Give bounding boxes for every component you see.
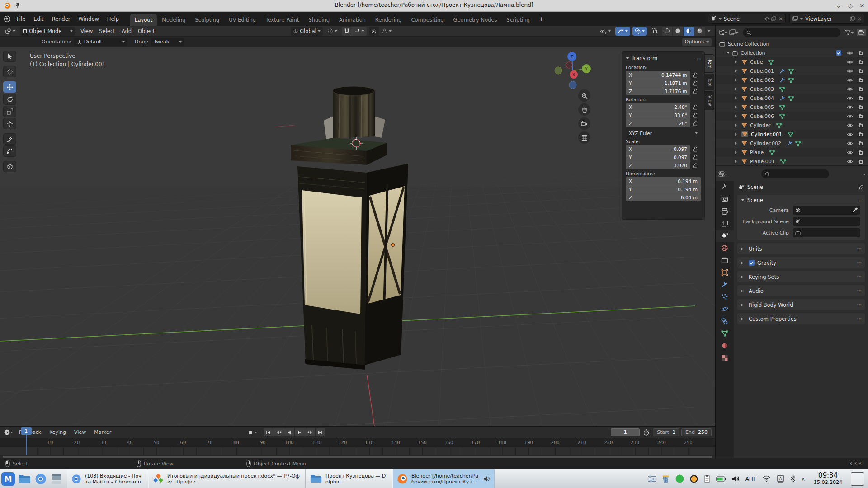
properties-tab-modifiers[interactable] xyxy=(716,278,734,291)
timeline-tracks[interactable] xyxy=(0,447,715,455)
render-visibility-toggle[interactable] xyxy=(858,51,864,56)
jump-to-end-button[interactable] xyxy=(316,428,326,436)
workspace-tab-scripting[interactable]: Scripting xyxy=(502,14,534,26)
disclosure-triangle[interactable] xyxy=(735,69,740,73)
properties-search-input[interactable] xyxy=(761,169,829,178)
drag-dropdown[interactable]: Tweak xyxy=(151,38,184,46)
hide-eye-toggle[interactable] xyxy=(847,114,853,119)
mode-select[interactable]: Object Mode xyxy=(20,27,75,36)
timeline-editor-type-button[interactable] xyxy=(4,429,13,436)
volume-icon[interactable] xyxy=(732,475,740,482)
task-button-dolphin[interactable]: Проект Кузнецова — Dolphin xyxy=(306,469,392,488)
outliner-row-cube-006[interactable]: Cube.006 xyxy=(716,112,868,121)
outliner-row-cylinder-001[interactable]: Cylinder.001 xyxy=(716,130,868,139)
outliner-row-plane-001[interactable]: Plane.001 xyxy=(716,157,868,166)
stopwatch-icon[interactable] xyxy=(643,429,649,436)
toggle-ortho-button[interactable] xyxy=(578,131,590,144)
panel-units[interactable]: Units :::: xyxy=(737,243,865,254)
snap-toggle[interactable] xyxy=(342,27,352,36)
sidebar-tab-tool[interactable]: Tool xyxy=(705,74,714,90)
location-y-field[interactable]: Y1.1871 m xyxy=(626,79,690,87)
snap-settings-dropdown[interactable] xyxy=(352,27,367,36)
panel-audio[interactable]: Audio :::: xyxy=(737,285,865,296)
properties-tab-material[interactable] xyxy=(716,339,734,352)
viewport-menu-view[interactable]: View xyxy=(77,27,96,35)
auto-key-button[interactable] xyxy=(247,429,257,436)
workspace-tab-sculpting[interactable]: Sculpting xyxy=(190,14,224,26)
disclosure-triangle[interactable] xyxy=(735,114,740,118)
hide-eye-toggle[interactable] xyxy=(847,69,853,74)
outliner-row-cube-005[interactable]: Cube.005 xyxy=(716,103,868,112)
chromium-launcher[interactable] xyxy=(33,469,49,488)
location-z-field[interactable]: Z3.7176 m xyxy=(626,87,690,95)
render-visibility-toggle[interactable] xyxy=(858,132,864,137)
panel-grip[interactable]: :::: xyxy=(697,56,701,61)
viewport-menu-select[interactable]: Select xyxy=(96,27,118,35)
properties-tab-output[interactable] xyxy=(716,205,734,217)
zoom-button[interactable] xyxy=(578,89,590,102)
properties-tab-render[interactable] xyxy=(716,193,734,205)
disclosure-triangle[interactable] xyxy=(735,96,740,100)
pivot-point-button[interactable] xyxy=(325,27,340,36)
menu-help[interactable]: Help xyxy=(103,14,123,23)
properties-tab-view-layer[interactable] xyxy=(716,217,734,230)
orientation-dropdown[interactable]: Default xyxy=(74,38,127,46)
panel-rigid-body-world[interactable]: Rigid Body World :::: xyxy=(737,299,865,310)
menu-file[interactable]: File xyxy=(13,14,29,23)
tray-expand-chevron[interactable]: ∧ xyxy=(801,476,805,482)
rotation-y-field[interactable]: Y33.6° xyxy=(626,111,690,119)
rotation-z-field[interactable]: Z-26° xyxy=(626,119,690,127)
bluetooth-icon[interactable] xyxy=(790,475,795,483)
camera-view-button[interactable] xyxy=(578,117,590,130)
outliner-display-mode-button[interactable] xyxy=(729,29,738,36)
tool-cursor-button[interactable] xyxy=(3,66,16,77)
workspace-tab-layout[interactable]: Layout xyxy=(130,14,157,26)
render-visibility-toggle[interactable] xyxy=(858,69,864,74)
show-desktop-button[interactable] xyxy=(851,472,864,486)
keyboard-layout-icon[interactable]: A xyxy=(777,475,784,483)
playhead[interactable] xyxy=(26,435,27,455)
lock-toggle[interactable] xyxy=(693,146,698,152)
outliner-row-cube-004[interactable]: Cube.004 xyxy=(716,94,868,103)
viewport-menu-object[interactable]: Object xyxy=(135,27,158,35)
properties-tab-scene[interactable] xyxy=(716,230,734,242)
properties-tab-tool[interactable] xyxy=(716,181,734,193)
hide-eye-toggle[interactable] xyxy=(847,96,853,101)
add-workspace-button[interactable]: + xyxy=(535,14,548,23)
tool-tweak-button[interactable] xyxy=(3,51,16,62)
outliner-row-cube-001[interactable]: Cube.001 xyxy=(716,66,868,75)
background-scene-field[interactable] xyxy=(793,217,860,226)
dimensions-z-field[interactable]: Z6.04 m xyxy=(626,193,701,201)
render-visibility-toggle[interactable] xyxy=(858,78,864,83)
disclosure-triangle[interactable] xyxy=(735,60,740,64)
eyedropper-icon[interactable] xyxy=(852,207,858,213)
render-visibility-toggle[interactable] xyxy=(858,105,864,110)
outliner-row-collection[interactable]: Collection xyxy=(716,48,868,57)
panel-custom-properties[interactable]: Custom Properties :::: xyxy=(737,313,865,324)
lock-toggle[interactable] xyxy=(693,89,698,94)
properties-tab-constraints[interactable] xyxy=(716,315,734,327)
pin-id-icon[interactable] xyxy=(859,184,864,190)
tool-transform-button[interactable] xyxy=(3,118,16,129)
shading-rendered-button[interactable] xyxy=(694,27,705,36)
menu-edit[interactable]: Edit xyxy=(29,14,47,23)
lock-toggle[interactable] xyxy=(693,72,698,78)
collapse-transform-icon[interactable] xyxy=(626,57,629,61)
hide-eye-toggle[interactable] xyxy=(847,105,853,110)
timeline-menu-view[interactable]: View xyxy=(70,428,90,436)
viewport-canvas[interactable] xyxy=(0,47,715,426)
disclosure-triangle[interactable] xyxy=(735,78,740,82)
lock-toggle[interactable] xyxy=(693,155,698,160)
outliner-row-cube-003[interactable]: Cube.003 xyxy=(716,84,868,94)
render-visibility-toggle[interactable] xyxy=(858,123,864,128)
jump-to-start-button[interactable] xyxy=(264,428,274,436)
render-visibility-toggle[interactable] xyxy=(858,60,864,65)
render-visibility-toggle[interactable] xyxy=(858,114,864,119)
trash-icon[interactable] xyxy=(662,474,670,483)
panel-gravity[interactable]: Gravity :::: xyxy=(737,257,865,268)
viewport-3d[interactable]: User Perspective (1) Collection | Cylind… xyxy=(0,47,715,426)
disclosure-triangle[interactable] xyxy=(726,50,730,56)
new-collection-button[interactable] xyxy=(857,29,866,36)
disclosure-triangle[interactable] xyxy=(735,132,740,136)
shading-wireframe-button[interactable] xyxy=(662,27,672,36)
